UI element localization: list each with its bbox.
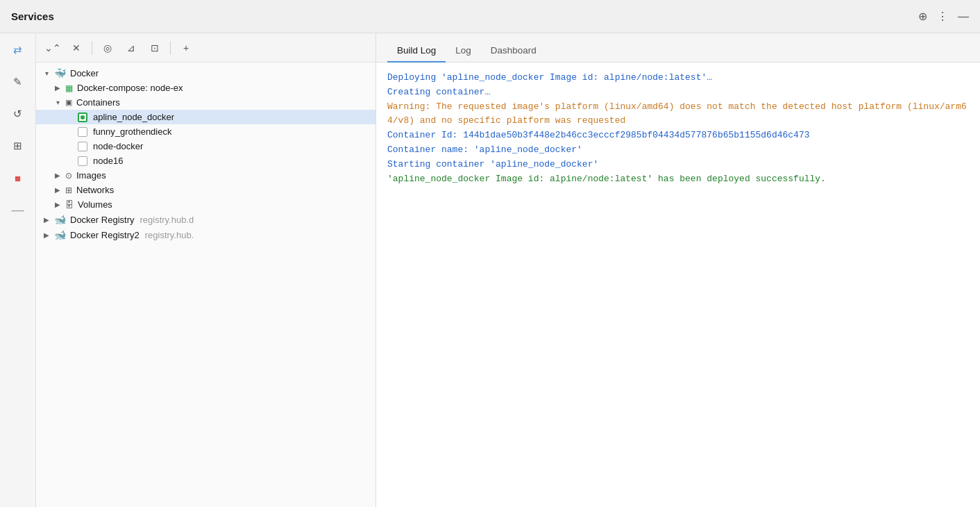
toolbar: ⌄⌃ ✕ ◎ ⊿ ⊡ + xyxy=(36,33,375,63)
log-line-2: Creating container… xyxy=(387,85,969,100)
chevron-compose: ▶ xyxy=(53,83,62,93)
transfer-icon[interactable]: ⇄ xyxy=(7,39,29,61)
tab-build-log[interactable]: Build Log xyxy=(387,40,446,63)
tree-label-node-docker: node-docker xyxy=(93,141,143,151)
tab-dashboard[interactable]: Dashboard xyxy=(481,40,546,63)
tabs: Build Log Log Dashboard xyxy=(376,33,980,63)
log-line-6: Starting container 'apline_node_docker' xyxy=(387,158,969,172)
reload-icon[interactable]: ↺ xyxy=(7,103,29,125)
log-line-7: 'apline_node_docker Image id: alpine/nod… xyxy=(387,172,969,187)
chevron-registry: ▶ xyxy=(42,215,51,224)
title-bar: Services ⊕ ⋮ — xyxy=(0,0,980,33)
more-icon[interactable]: ⋮ xyxy=(937,10,948,23)
chevron-registry2: ▶ xyxy=(42,230,51,240)
container-status-icon xyxy=(78,113,87,122)
stop-icon[interactable]: ■ xyxy=(7,167,29,189)
collapse-all-button[interactable]: ⌄⌃ xyxy=(43,38,62,58)
log-content[interactable]: Deploying 'apline_node_docker Image id: … xyxy=(376,63,980,507)
add-icon[interactable]: ⊕ xyxy=(918,10,927,23)
tree-item-node16[interactable]: node16 xyxy=(36,153,375,168)
toolbar-separator-1 xyxy=(92,41,92,55)
tree-item-funny-grothendieck[interactable]: funny_grothendieck xyxy=(36,124,375,139)
volumes-icon: 🗄 xyxy=(65,200,74,210)
tree-item-docker[interactable]: ▾ 🐳 Docker xyxy=(36,65,375,81)
tab-log[interactable]: Log xyxy=(446,40,481,63)
split-icon[interactable]: ⊞ xyxy=(7,135,29,157)
container-status-stopped-3 xyxy=(78,156,87,166)
tree-item-images[interactable]: ▶ ⊙ Images xyxy=(36,168,375,183)
log-line-1: Deploying 'apline_node_docker Image id: … xyxy=(387,71,969,85)
tree-item-containers[interactable]: ▾ ▣ Containers xyxy=(36,95,375,110)
close-button[interactable]: ✕ xyxy=(67,38,86,58)
tree-label-compose: Docker-compose: node-ex xyxy=(77,83,183,93)
filter-button[interactable]: ⊿ xyxy=(121,38,141,58)
log-line-3: Warning: The requested image's platform … xyxy=(387,100,969,129)
tree-sub-registry: registry.hub.d xyxy=(140,215,194,225)
chevron-docker: ▾ xyxy=(42,68,51,78)
container-status-stopped-1 xyxy=(78,127,87,137)
images-icon: ⊙ xyxy=(65,171,72,181)
minimize-icon[interactable]: — xyxy=(958,10,969,23)
tree-item-docker-registry2[interactable]: ▶ 🐋 Docker Registry2 registry.hub. xyxy=(36,227,375,242)
registry-icon: 🐋 xyxy=(54,214,66,225)
chevron-networks: ▶ xyxy=(53,185,62,195)
log-panel: Build Log Log Dashboard Deploying 'aplin… xyxy=(376,33,980,507)
tree-label-apline: apline_node_docker xyxy=(93,112,174,122)
title-bar-left: Services xyxy=(11,10,54,22)
edit-icon[interactable]: ✎ xyxy=(7,71,29,93)
chevron-containers: ▾ xyxy=(53,98,62,108)
tree-item-apline-node-docker[interactable]: apline_node_docker xyxy=(36,110,375,124)
tree-label-registry: Docker Registry xyxy=(70,215,134,225)
log-line-5: Container name: 'apline_node_docker' xyxy=(387,143,969,158)
chevron-images: ▶ xyxy=(53,171,62,181)
tree: ▾ 🐳 Docker ▶ ▦ Docker-compose: node-ex ▾… xyxy=(36,63,375,507)
docker-icon: 🐳 xyxy=(54,67,66,78)
tree-label-node16: node16 xyxy=(93,156,123,166)
registry2-icon: 🐋 xyxy=(54,229,66,240)
tree-item-volumes[interactable]: ▶ 🗄 Volumes xyxy=(36,197,375,212)
log-line-4: Container Id: 144b1dae50b3f448e2b46cc3ec… xyxy=(387,128,969,143)
eye-button[interactable]: ◎ xyxy=(98,38,117,58)
container-status-stopped-2 xyxy=(78,142,87,151)
tree-label-volumes: Volumes xyxy=(78,199,112,210)
tree-label-images: Images xyxy=(76,170,106,181)
tree-item-networks[interactable]: ▶ ⊞ Networks xyxy=(36,183,375,197)
compose-icon: ▦ xyxy=(65,83,73,93)
networks-icon: ⊞ xyxy=(65,185,72,195)
tree-label-networks: Networks xyxy=(76,185,114,195)
sidebar-icons: ⇄ ✎ ↺ ⊞ ■ — xyxy=(0,33,36,507)
add-button[interactable]: + xyxy=(176,38,196,58)
tree-item-docker-registry[interactable]: ▶ 🐋 Docker Registry registry.hub.d xyxy=(36,212,375,227)
toolbar-separator-2 xyxy=(170,41,171,55)
chevron-volumes: ▶ xyxy=(53,200,62,210)
tree-label-docker: Docker xyxy=(70,68,99,78)
tree-item-node-docker[interactable]: node-docker xyxy=(36,139,375,153)
tree-label-funny: funny_grothendieck xyxy=(93,126,171,137)
tree-panel: ⌄⌃ ✕ ◎ ⊿ ⊡ + ▾ 🐳 Docker ▶ ▦ Docker-compo… xyxy=(36,33,376,507)
containers-icon: ▣ xyxy=(65,98,72,107)
tree-sub-registry2: registry.hub. xyxy=(145,230,194,240)
title-bar-actions: ⊕ ⋮ — xyxy=(918,10,969,23)
app-title: Services xyxy=(11,10,54,22)
tree-label-registry2: Docker Registry2 xyxy=(70,230,140,240)
expand-button[interactable]: ⊡ xyxy=(145,38,164,58)
tree-label-containers: Containers xyxy=(76,97,120,108)
minus-icon[interactable]: — xyxy=(7,199,29,221)
tree-item-docker-compose[interactable]: ▶ ▦ Docker-compose: node-ex xyxy=(36,81,375,95)
main-content: ⇄ ✎ ↺ ⊞ ■ — ⌄⌃ ✕ ◎ ⊿ ⊡ + ▾ 🐳 Docker xyxy=(0,33,980,507)
